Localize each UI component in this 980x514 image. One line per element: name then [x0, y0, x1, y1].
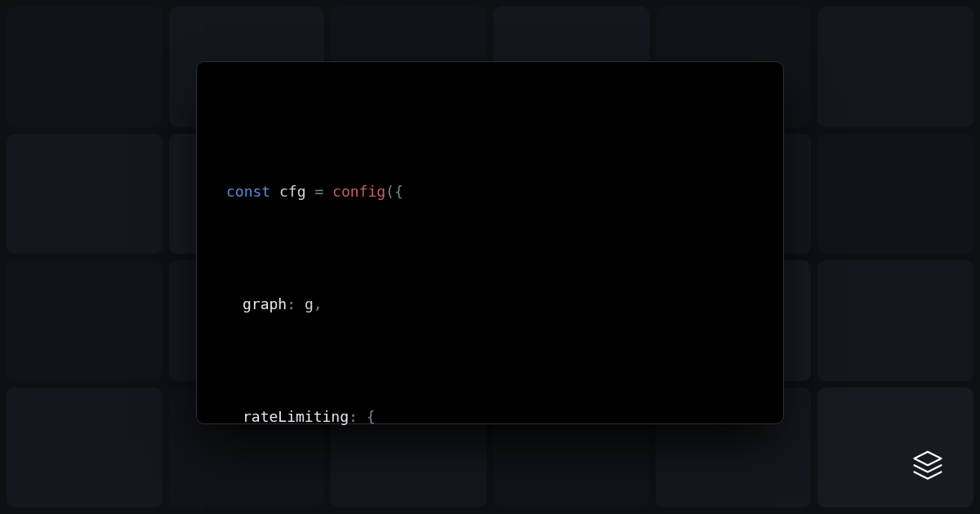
- code-snippet-card: const cfg = config({ graph: g, rateLimit…: [196, 61, 784, 424]
- property-graph: graph: [243, 290, 287, 319]
- code-line: graph: g,: [226, 290, 754, 319]
- brand-logo-icon: [910, 449, 946, 485]
- identifier-cfg: cfg: [279, 178, 306, 206]
- code-block: const cfg = config({ graph: g, rateLimit…: [226, 93, 754, 514]
- code-line: const cfg = config({: [226, 178, 754, 206]
- function-config: config: [332, 178, 385, 206]
- identifier-g: g: [305, 290, 314, 319]
- operator-eq: =: [314, 178, 323, 206]
- keyword-const: const: [226, 178, 270, 206]
- property-rateLimiting: rateLimiting: [243, 403, 349, 432]
- brace-open: {: [394, 178, 403, 206]
- code-line: rateLimiting: {: [226, 403, 754, 432]
- paren-open: (: [385, 178, 394, 206]
